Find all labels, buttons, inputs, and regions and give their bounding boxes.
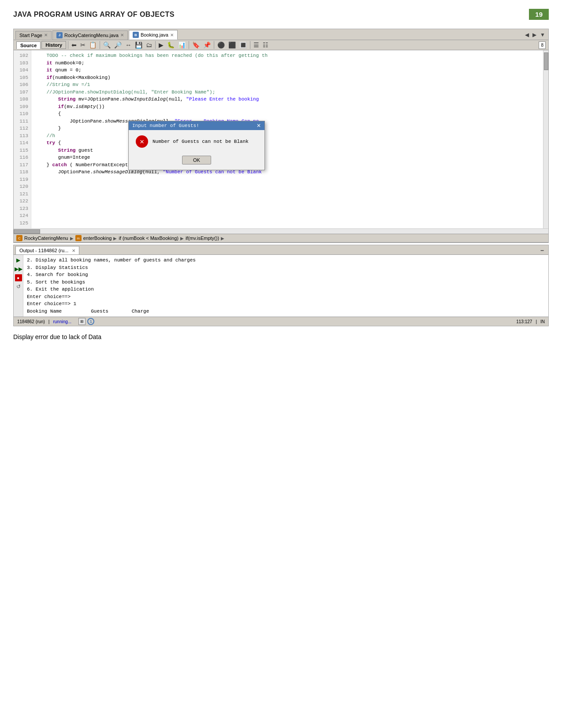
- breadcrumb-item-1[interactable]: RockyCateringMenu: [24, 235, 68, 241]
- status-run-id: 1184862 (run): [17, 319, 45, 324]
- output-tab-label: Output - 1184862 (ru...: [19, 248, 68, 253]
- status-icon-grid: ⊞: [78, 318, 86, 325]
- toolbar-cut-icon[interactable]: ✂: [79, 41, 87, 49]
- output-line-5: 6. Exit the application: [27, 286, 545, 293]
- toolbar-menu-icon[interactable]: ☷: [261, 41, 270, 49]
- tab-dropdown-button[interactable]: ▼: [539, 31, 547, 39]
- code-line-124: } catch ( NumberFormatException e) {: [35, 161, 540, 169]
- code-line-111: if(mv.isEmpty()): [35, 103, 540, 111]
- run-again-button[interactable]: ▶▶: [15, 265, 22, 273]
- toolbar-back-icon[interactable]: ⬅: [70, 41, 78, 49]
- toolbar-diff-icon[interactable]: 🔳: [238, 41, 248, 49]
- code-line-125: JOptionPane.showMessageDialog(null, "Num…: [35, 168, 540, 176]
- run-button[interactable]: ▶: [15, 257, 22, 264]
- code-line-102: TODO -- check if maximum bookings has be…: [35, 52, 540, 60]
- code-content[interactable]: TODO -- check if maximum bookings has be…: [31, 50, 543, 228]
- code-line-103: it numBook=0;: [35, 60, 540, 67]
- code-line-121: String guest: [35, 147, 540, 154]
- source-button[interactable]: Source: [16, 41, 41, 49]
- tab-rocky-catering-label: RockyCateringMenu.java: [64, 33, 119, 38]
- output-line-8: Booking Name Guests Charge: [27, 308, 545, 315]
- dialog-overlay: Input number of Guests! ✕ ✕ Number of Gu…: [128, 121, 265, 170]
- output-sidebar: ▶ ▶▶ ■ ↺: [14, 255, 23, 317]
- toolbar-profile-icon[interactable]: 📊: [177, 41, 187, 49]
- output-tab[interactable]: Output - 1184862 (ru... ✕: [15, 246, 79, 254]
- output-main: ▶ ▶▶ ■ ↺ 2. Display all booking names, n…: [14, 255, 548, 317]
- restart-button[interactable]: ↺: [15, 283, 22, 290]
- page-number: 19: [529, 9, 549, 20]
- output-line-7: Enter choice==> 1: [27, 300, 545, 308]
- output-minimize-button[interactable]: −: [538, 247, 547, 254]
- breadcrumb-item-2[interactable]: enterBooking: [83, 235, 112, 241]
- h-scrollbar-thumb[interactable]: [14, 229, 40, 234]
- breadcrumb-item-4[interactable]: if(mv.isEmpty()): [186, 235, 219, 241]
- status-icons: ⊞ 1: [78, 318, 94, 325]
- toolbar-replace-icon[interactable]: ↔: [124, 41, 133, 49]
- code-line-113: JOptionPane.showMessageDialog(null, "Err…: [35, 118, 540, 125]
- output-line-2: 3. Display Statistics: [27, 264, 545, 272]
- toolbar-circle-icon[interactable]: ⚫: [216, 41, 226, 49]
- tab-rocky-catering-close[interactable]: ✕: [120, 33, 124, 37]
- toolbar-run-icon[interactable]: ▶: [157, 41, 165, 49]
- tab-booking-close[interactable]: ✕: [170, 33, 174, 37]
- status-mode: IN: [540, 319, 545, 324]
- stop-button[interactable]: ■: [15, 274, 22, 281]
- status-position: 113:127: [516, 319, 532, 324]
- line-numbers: 102 103 104 105 106 107 108 109 110 111 …: [14, 50, 31, 228]
- tab-next-button[interactable]: ▶: [531, 31, 538, 39]
- toolbar-separator-4: [189, 41, 189, 49]
- status-icon-circle: 1: [87, 318, 94, 325]
- scrollbar-thumb[interactable]: [544, 52, 548, 70]
- dialog-close-button[interactable]: ✕: [257, 123, 261, 128]
- dialog-ok-button[interactable]: OK: [182, 156, 211, 164]
- status-separator-2: |: [536, 319, 537, 324]
- tab-bar: Start Page ✕ J RockyCateringMenu.java ✕ …: [14, 29, 548, 40]
- toolbar-tasks-icon[interactable]: ☰: [252, 41, 261, 49]
- code-line-123: gnum=Intege: [35, 154, 540, 161]
- tab-rocky-catering[interactable]: J RockyCateringMenu.java ✕: [52, 30, 128, 40]
- code-area: 102 103 104 105 106 107 108 109 110 111 …: [14, 50, 548, 228]
- toolbar-separator-3: [155, 41, 156, 49]
- output-tab-close[interactable]: ✕: [72, 248, 75, 253]
- history-button[interactable]: History: [41, 41, 66, 49]
- tab-start-page-close[interactable]: ✕: [44, 33, 48, 37]
- code-line-112: {: [35, 110, 540, 118]
- caption: Display error due to lack of Data: [13, 333, 549, 340]
- rocky-catering-icon: J: [56, 32, 63, 38]
- toolbar-bookmark2-icon[interactable]: 📌: [202, 41, 212, 49]
- toolbar-separator-2: [100, 41, 100, 49]
- code-line-105: if(numBook<MaxBooking): [35, 74, 540, 82]
- toolbar-search-icon[interactable]: 🔍: [102, 41, 112, 49]
- toolbar-find-icon[interactable]: 🔎: [113, 41, 123, 49]
- status-state: running...: [53, 319, 71, 324]
- breadcrumb-method-icon: m: [75, 235, 82, 241]
- toolbar-bookmark-icon[interactable]: 🔖: [191, 41, 201, 49]
- code-line-108: //JOptionPane.showInputDialog(null, "Ent…: [35, 89, 540, 96]
- tab-start-page[interactable]: Start Page ✕: [15, 31, 52, 39]
- toolbar-save-all-icon[interactable]: 🗂: [145, 41, 153, 49]
- page-title: JAVA PROGRAM USING ARRAY OF OBJECTS: [13, 11, 175, 19]
- page-header: JAVA PROGRAM USING ARRAY OF OBJECTS 19: [13, 9, 549, 20]
- toolbar-separator-1: [68, 41, 68, 49]
- output-tab-bar: Output - 1184862 (ru... ✕ −: [14, 245, 548, 255]
- dialog-box: Input number of Guests! ✕ ✕ Number of Gu…: [128, 121, 265, 170]
- code-line-104: it qnum = 0;: [35, 67, 540, 74]
- breadcrumb-class-icon: C: [16, 235, 22, 241]
- toolbar-square-icon[interactable]: ⬛: [227, 41, 237, 49]
- toolbar-debug-icon[interactable]: 🐛: [166, 41, 176, 49]
- toolbar: Source History ⬅ ✂ 📋 🔍 🔎 ↔ 💾 🗂 ▶ 🐛 📊 🔖 📌…: [14, 40, 548, 50]
- booking-icon: B: [133, 32, 139, 38]
- tab-prev-button[interactable]: ◀: [524, 31, 530, 39]
- toolbar-badge: 8: [539, 41, 546, 49]
- dialog-title: Input number of Guests!: [132, 123, 199, 128]
- tab-navigation: ◀ ▶ ▼: [524, 31, 547, 39]
- dialog-error-icon: ✕: [136, 135, 148, 148]
- horizontal-scrollbar[interactable]: [14, 228, 548, 234]
- vertical-scrollbar[interactable]: [543, 50, 548, 228]
- output-container: Output - 1184862 (ru... ✕ − ▶ ▶▶ ■ ↺ 2. …: [13, 245, 549, 326]
- toolbar-save-icon[interactable]: 💾: [134, 41, 144, 49]
- breadcrumb-arrow-3: ▶: [180, 236, 184, 241]
- breadcrumb-item-3[interactable]: if (numBook < MaxBooking): [119, 235, 178, 241]
- tab-booking[interactable]: B Booking.java ✕: [129, 30, 178, 40]
- toolbar-copy-icon[interactable]: 📋: [88, 41, 98, 49]
